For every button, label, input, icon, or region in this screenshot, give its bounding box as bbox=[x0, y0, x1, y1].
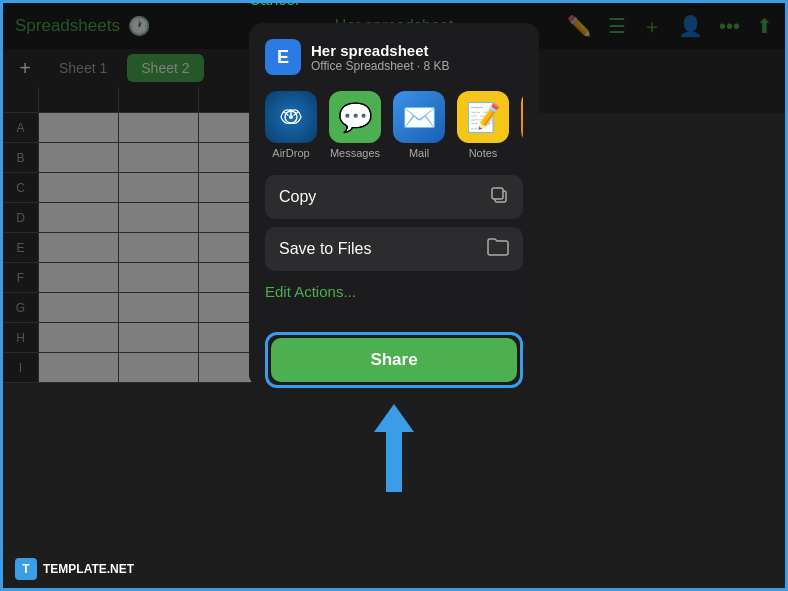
arrow-head bbox=[374, 404, 414, 432]
messages-icon-item[interactable]: 💬 Messages bbox=[329, 91, 381, 159]
share-sheet-body: E Her spreadsheet Office Spreadsheet · 8… bbox=[249, 23, 539, 332]
file-name: Her spreadsheet bbox=[311, 42, 450, 59]
extra-icon-item[interactable]: iT iT bbox=[521, 91, 523, 159]
copy-label: Copy bbox=[279, 188, 316, 206]
share-sheet-overlay: Cancel E Her spreadsheet Office Spreadsh… bbox=[3, 3, 785, 588]
notes-label: Notes bbox=[469, 147, 498, 159]
copy-button[interactable]: Copy bbox=[265, 175, 523, 219]
airdrop-icon-item[interactable]: AirDrop bbox=[265, 91, 317, 159]
app-icons-row: AirDrop 💬 Messages ✉️ Mail 📝 Notes bbox=[265, 91, 523, 159]
share-bottom: Share bbox=[265, 332, 523, 388]
save-to-files-label: Save to Files bbox=[279, 240, 371, 258]
file-icon-letter: E bbox=[277, 47, 289, 68]
airdrop-icon bbox=[265, 91, 317, 143]
mail-icon: ✉️ bbox=[393, 91, 445, 143]
file-details: Her spreadsheet Office Spreadsheet · 8 K… bbox=[311, 42, 450, 73]
arrow-container bbox=[374, 404, 414, 492]
watermark-text: TEMPLATE.NET bbox=[43, 562, 134, 576]
svg-point-1 bbox=[289, 115, 293, 119]
mail-icon-item[interactable]: ✉️ Mail bbox=[393, 91, 445, 159]
messages-icon: 💬 bbox=[329, 91, 381, 143]
share-button-highlight: Share bbox=[265, 332, 523, 388]
share-sheet-panel: E Her spreadsheet Office Spreadsheet · 8… bbox=[249, 23, 539, 388]
watermark: T TEMPLATE.NET bbox=[15, 558, 134, 580]
airdrop-label: AirDrop bbox=[272, 147, 309, 159]
messages-label: Messages bbox=[330, 147, 380, 159]
app-background: Spreadsheets 🕐 Her spreadsheet ✏️ ☰ ＋ 👤 … bbox=[3, 3, 785, 588]
extra-icon: iT bbox=[521, 91, 523, 143]
arrow-shaft bbox=[386, 432, 402, 492]
file-meta: Office Spreadsheet · 8 KB bbox=[311, 59, 450, 73]
save-to-files-button[interactable]: Save to Files bbox=[265, 227, 523, 271]
edit-actions-button[interactable]: Edit Actions... bbox=[265, 279, 356, 304]
file-info-row: E Her spreadsheet Office Spreadsheet · 8… bbox=[265, 39, 523, 75]
share-sheet-wrapper: Cancel E Her spreadsheet Office Spreadsh… bbox=[249, 23, 539, 404]
notes-icon: 📝 bbox=[457, 91, 509, 143]
file-icon: E bbox=[265, 39, 301, 75]
share-button[interactable]: Share bbox=[271, 338, 517, 382]
cancel-button[interactable]: Cancel bbox=[249, 0, 299, 9]
copy-icon bbox=[489, 185, 509, 210]
notes-icon-item[interactable]: 📝 Notes bbox=[457, 91, 509, 159]
watermark-icon: T bbox=[15, 558, 37, 580]
mail-label: Mail bbox=[409, 147, 429, 159]
svg-rect-6 bbox=[492, 188, 503, 199]
folder-icon bbox=[487, 238, 509, 261]
